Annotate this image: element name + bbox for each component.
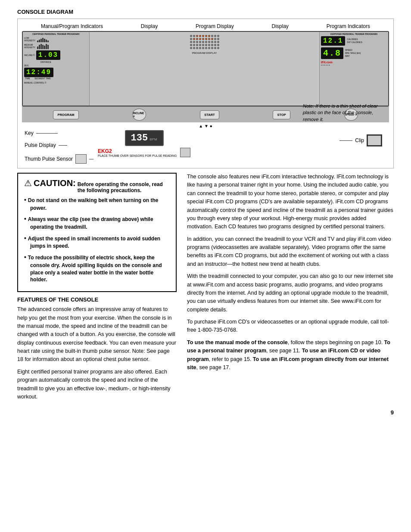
time-row: 12:49	[24, 68, 88, 77]
dot	[193, 35, 195, 37]
note-right: Note: If there is a thin sheet of clear …	[303, 103, 389, 123]
bold-phrase-1: To use the manual mode of the console	[187, 339, 288, 345]
caution-bullet-4: To reduce the possibility of electric sh…	[24, 253, 170, 283]
label-display-1: Display	[141, 23, 158, 29]
dot	[190, 38, 192, 40]
features-heading: FEATURES OF THE CONSOLE	[17, 296, 177, 303]
left-panel-title: CERTIFIED PERSONAL TRAINER PROGRAMS	[24, 33, 88, 35]
pulse-display-row: Pulse Display	[25, 142, 93, 148]
thumb-sensor-row: Thumb Pulse Sensor	[25, 154, 93, 164]
dot	[193, 41, 195, 43]
caution-bullets: Do not stand on the walking belt when tu…	[24, 196, 170, 283]
dot	[202, 44, 204, 46]
thumb-sensor-box	[75, 154, 87, 164]
dot	[211, 44, 213, 46]
dot	[211, 47, 213, 49]
program-display-label: PROGRAM DISPLAY	[92, 52, 317, 54]
left-col: ⚠ CAUTION: Before operating the console,…	[17, 173, 177, 405]
label-manual-program: Manual/Program Indicators	[41, 23, 103, 29]
dot	[202, 38, 204, 40]
label-program-display: Program Display	[196, 23, 234, 29]
ifit-label: iFit.com	[321, 61, 387, 64]
dot	[202, 35, 204, 37]
ekg-square	[180, 148, 190, 157]
time-label: TIME	[25, 77, 30, 80]
manual-control-label: MANUAL CONTROL ©	[24, 81, 88, 84]
dot-row-5	[190, 47, 219, 49]
dot	[196, 41, 198, 43]
pulse-console-area: 135 BPM EKG2 PLACE THUMB OVER SENSORS FO…	[98, 130, 190, 157]
seg-time-label: SEGMENT TIME	[34, 77, 51, 80]
incline-row: INCLINE © 1.03	[24, 50, 88, 60]
low-label: LOWINTENSITY	[24, 37, 36, 42]
dot	[190, 35, 192, 37]
medium-intensity-row: MEDIUMINTENSITY	[24, 43, 88, 49]
right-para-5: To use the manual mode of the console, f…	[187, 339, 394, 372]
dot	[214, 35, 216, 37]
dot	[199, 38, 201, 40]
dot	[202, 47, 204, 49]
features-para-2: Eight certified personal trainer program…	[17, 368, 177, 401]
caution-bullet-2: Always wear the clip (see the drawing ab…	[24, 215, 170, 230]
left-lower-labels: Key Pulse Display Thumb Pulse Sensor	[25, 130, 93, 164]
program-bars-container: LOWINTENSITY MEDIUMINTENSITY	[24, 36, 88, 49]
dot	[190, 44, 192, 46]
dot	[217, 35, 219, 37]
caution-desc: Before operating the console, read the f…	[78, 181, 170, 193]
dot	[199, 47, 201, 49]
clip-label: Clip	[355, 137, 364, 143]
pulse-value: 135	[131, 133, 148, 143]
speed-labels: SPEED MIN / MILE (km) WAT	[345, 49, 361, 58]
right-para-4: To purchase iFit.com CD's or videocasset…	[187, 318, 394, 335]
dot	[214, 38, 216, 40]
dot	[196, 44, 198, 46]
incline-button[interactable]: INCLINE ∧	[132, 109, 146, 121]
stop-button[interactable]: STOP	[273, 110, 290, 119]
caution-bullet-1: Do not stand on the walking belt when tu…	[24, 196, 170, 212]
key-label: Key	[25, 130, 34, 136]
right-para-3: With the treadmill connected to your com…	[187, 272, 394, 314]
right-para-1: The console also features new iFit.com i…	[187, 173, 394, 231]
page-number: 9	[17, 409, 394, 416]
time-value: 12:49	[24, 68, 53, 77]
console-diagram-title: CONSOLE DIAGRAM	[17, 9, 394, 15]
dot	[193, 38, 195, 40]
seg-row: SEG.	[24, 64, 88, 67]
two-col-body: ⚠ CAUTION: Before operating the console,…	[17, 173, 394, 405]
calories-value: 12.1	[321, 36, 345, 46]
clip-box	[367, 134, 382, 146]
ekg-brand-row: EKG2 PLACE THUMB OVER SENSORS FOR PULSE …	[98, 148, 190, 157]
dot	[190, 41, 192, 43]
time-labels: TIME SEGMENT TIME	[25, 77, 88, 80]
program-button[interactable]: PROGRAM	[53, 110, 78, 119]
dot	[208, 44, 210, 46]
label-program-indicators: Program Indicators	[327, 23, 370, 29]
caution-header: ⚠ CAUTION: Before operating the console,…	[24, 178, 170, 193]
dot	[217, 44, 219, 46]
dot	[202, 41, 204, 43]
ekg-brand: EKG2 PLACE THUMB OVER SENSORS FOR PULSE …	[98, 148, 177, 157]
ekg-sub: PLACE THUMB OVER SENSORS FOR PULSE READI…	[98, 154, 177, 157]
dot	[214, 44, 216, 46]
caution-bullet-3: Adjust the speed in small increments to …	[24, 234, 170, 250]
dot	[211, 38, 213, 40]
pulse-display-label: Pulse Display	[25, 142, 56, 148]
dot	[190, 47, 192, 49]
dot	[193, 47, 195, 49]
dot	[211, 35, 213, 37]
dot	[205, 44, 207, 46]
seg-label: SEG.	[24, 64, 29, 67]
incline-value: 1.03	[36, 50, 60, 60]
medium-bars	[37, 43, 49, 49]
dot	[199, 44, 201, 46]
start-button[interactable]: START	[200, 110, 219, 119]
dot	[205, 47, 207, 49]
dot	[205, 41, 207, 43]
distance-sublabel: DISTANCE	[40, 61, 88, 63]
dot-row-4	[190, 44, 219, 46]
diagram-wrapper: Manual/Program Indicators Display Progra…	[17, 19, 394, 168]
bpm-label: BPM	[149, 137, 157, 141]
pulse-screen: 135 BPM	[125, 130, 164, 146]
key-row: Key	[25, 130, 93, 136]
calories-labels: CALORIES FAT CALORIES	[347, 38, 362, 44]
